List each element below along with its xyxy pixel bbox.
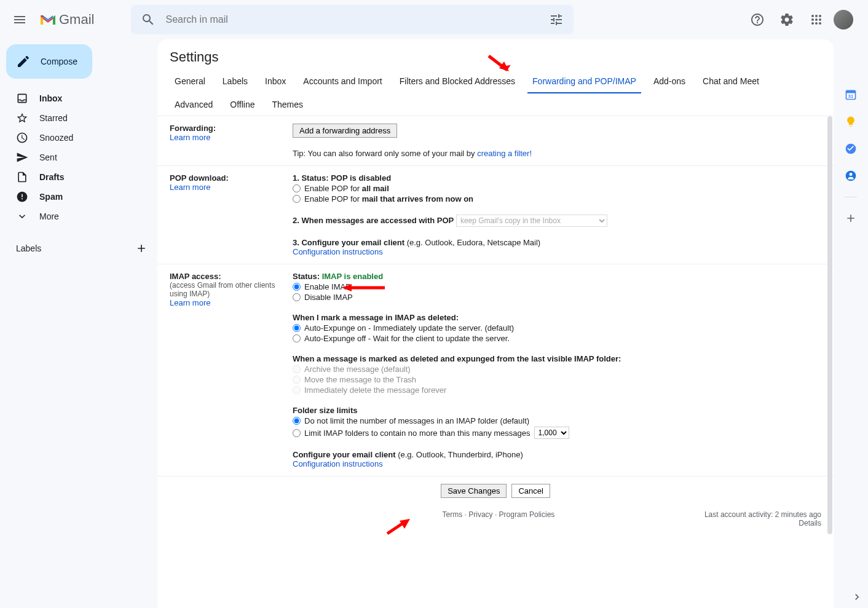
- imap-enable-option[interactable]: Enable IMAP: [293, 282, 821, 291]
- gear-icon: [779, 12, 794, 27]
- send-icon: [16, 151, 28, 164]
- nav-label: Snoozed: [39, 133, 73, 143]
- calendar-app-icon[interactable]: 31: [845, 89, 857, 101]
- search-button[interactable]: [136, 7, 160, 32]
- imap-disable-option[interactable]: Disable IMAP: [293, 293, 821, 302]
- folder-nolimit-option[interactable]: Do not limit the number of messages in a…: [293, 416, 821, 425]
- imap-configure-suffix: (e.g. Outlook, Thunderbird, iPhone): [398, 450, 523, 459]
- add-label-button[interactable]: [135, 242, 148, 255]
- imap-learn-more-link[interactable]: Learn more: [170, 298, 210, 307]
- tab-themes[interactable]: Themes: [267, 93, 309, 116]
- pop-status-prefix: 1. Status:: [293, 173, 331, 183]
- settings-button[interactable]: [775, 7, 799, 32]
- folder-limit-radio[interactable]: [293, 429, 301, 437]
- tab-offline[interactable]: Offline: [225, 93, 259, 116]
- nav-item-inbox[interactable]: Inbox: [0, 89, 157, 108]
- nav-label: Drafts: [39, 172, 64, 182]
- expunge-trash-radio: [293, 376, 301, 384]
- expunge-off-radio[interactable]: [293, 334, 301, 342]
- labels-heading: Labels: [16, 243, 41, 253]
- account-avatar[interactable]: [834, 10, 853, 30]
- nav-item-spam[interactable]: Spam: [0, 187, 157, 207]
- nav-item-more[interactable]: More: [0, 207, 157, 226]
- svg-rect-1: [846, 90, 856, 93]
- last-activity-text: Last account activity: 2 minutes ago: [704, 510, 821, 519]
- creating-filter-link[interactable]: creating a filter!: [477, 149, 532, 158]
- nav-label: Sent: [39, 152, 57, 162]
- nav-item-snoozed[interactable]: Snoozed: [0, 128, 157, 148]
- support-button[interactable]: [745, 7, 770, 32]
- pop-section2-label: 2. When messages are accessed with POP: [293, 216, 454, 225]
- keep-app-icon[interactable]: [845, 116, 857, 128]
- tab-labels[interactable]: Labels: [218, 70, 253, 93]
- pencil-icon: [16, 54, 31, 69]
- cancel-button[interactable]: Cancel: [511, 484, 550, 498]
- folder-limit-select[interactable]: 1,000: [534, 427, 569, 439]
- search-input[interactable]: [160, 14, 544, 25]
- nav-item-sent[interactable]: Sent: [0, 148, 157, 167]
- inbox-icon: [16, 92, 28, 105]
- folder-nolimit-radio[interactable]: [293, 417, 301, 425]
- pop-enable-all-radio[interactable]: [293, 184, 301, 192]
- pop-download-label: POP download:: [170, 173, 293, 183]
- apps-button[interactable]: [804, 7, 829, 32]
- tab-chat-and-meet[interactable]: Chat and Meet: [698, 70, 764, 93]
- policies-link[interactable]: Program Policies: [499, 510, 555, 519]
- compose-button[interactable]: Compose: [6, 44, 92, 79]
- gmail-logo-area[interactable]: Gmail: [37, 12, 94, 28]
- pop-enable-new-option[interactable]: Enable POP for mail that arrives from no…: [293, 194, 821, 203]
- tasks-app-icon[interactable]: [845, 143, 857, 155]
- folder-limit-option[interactable]: Limit IMAP folders to contain no more th…: [293, 427, 821, 439]
- nav-label: Starred: [39, 113, 68, 123]
- tab-general[interactable]: General: [170, 70, 210, 93]
- tab-inbox[interactable]: Inbox: [260, 70, 291, 93]
- expunge-trash-option: Move the message to the Trash: [293, 375, 821, 384]
- imap-status-value: IMAP is enabled: [322, 272, 383, 281]
- alert-icon: [16, 191, 28, 203]
- tab-add-ons[interactable]: Add-ons: [649, 70, 690, 93]
- folder-limits-header: Folder size limits: [293, 406, 821, 415]
- star-icon: [16, 112, 28, 124]
- nav-item-drafts[interactable]: Drafts: [0, 167, 157, 187]
- imap-expunge-header: When a message is marked as deleted and …: [293, 354, 821, 363]
- app-name: Gmail: [59, 12, 94, 28]
- expunge-on-radio[interactable]: [293, 324, 301, 332]
- add-forwarding-address-button[interactable]: Add a forwarding address: [293, 124, 397, 138]
- apps-grid-icon: [809, 12, 824, 27]
- get-addons-button[interactable]: [845, 212, 857, 224]
- imap-disable-radio[interactable]: [293, 293, 301, 301]
- tab-filters-and-blocked-addresses[interactable]: Filters and Blocked Addresses: [395, 70, 520, 93]
- scrollbar-thumb[interactable]: [827, 116, 832, 534]
- forwarding-label: Forwarding:: [170, 124, 293, 133]
- imap-sublabel: (access Gmail from other clients using I…: [170, 281, 293, 298]
- terms-link[interactable]: Terms: [443, 510, 463, 519]
- pop-config-instructions-link[interactable]: Configuration instructions: [293, 247, 383, 256]
- pop-enable-new-radio[interactable]: [293, 195, 301, 203]
- forwarding-learn-more-link[interactable]: Learn more: [170, 133, 210, 142]
- save-changes-button[interactable]: Save Changes: [441, 484, 507, 498]
- nav-label: Spam: [39, 192, 63, 202]
- nav-item-starred[interactable]: Starred: [0, 108, 157, 128]
- pop-enable-all-option[interactable]: Enable POP for all mail: [293, 184, 821, 193]
- expunge-archive-radio: [293, 365, 301, 373]
- side-panel-toggle[interactable]: [851, 591, 863, 603]
- clock-icon: [16, 132, 28, 144]
- expunge-archive-option: Archive the message (default): [293, 365, 821, 374]
- search-options-button[interactable]: [544, 7, 569, 32]
- privacy-link[interactable]: Privacy: [468, 510, 492, 519]
- help-icon: [750, 12, 765, 27]
- main-menu-button[interactable]: [5, 5, 34, 34]
- expunge-on-option[interactable]: Auto-Expunge on - Immediately update the…: [293, 323, 821, 333]
- svg-text:31: 31: [848, 93, 853, 99]
- contacts-app-icon[interactable]: [845, 170, 857, 182]
- tab-forwarding-and-pop-imap[interactable]: Forwarding and POP/IMAP: [527, 70, 641, 93]
- imap-enable-radio[interactable]: [293, 283, 301, 291]
- tab-accounts-and-import[interactable]: Accounts and Import: [298, 70, 387, 93]
- tab-advanced[interactable]: Advanced: [170, 93, 218, 116]
- details-link[interactable]: Details: [799, 519, 821, 527]
- tune-icon: [549, 12, 564, 27]
- expunge-off-option[interactable]: Auto-Expunge off - Wait for the client t…: [293, 334, 821, 343]
- pop-learn-more-link[interactable]: Learn more: [170, 183, 210, 192]
- search-bar[interactable]: [131, 5, 574, 34]
- imap-config-instructions-link[interactable]: Configuration instructions: [293, 459, 383, 468]
